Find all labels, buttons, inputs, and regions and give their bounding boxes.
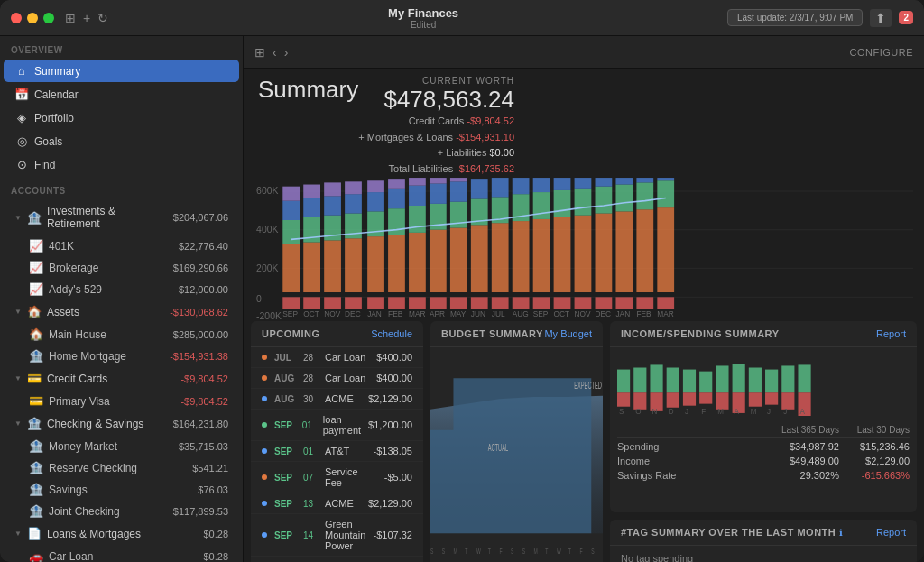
- add-icon[interactable]: +: [83, 11, 90, 25]
- sidebar-car-loan[interactable]: 🚗 Car Loan $0.28: [4, 546, 239, 562]
- close-button[interactable]: [11, 13, 22, 23]
- sidebar-checking[interactable]: ▼ 🏦 Checking & Savings $164,231.80: [4, 412, 239, 435]
- item-month: SEP: [274, 530, 296, 540]
- sidebar-item-calendar[interactable]: 📅 Calendar: [4, 83, 239, 106]
- sidebar-assets[interactable]: ▼ 🏠 Assets -$130,068.62: [4, 300, 239, 323]
- refresh-icon[interactable]: ↻: [97, 11, 108, 25]
- svg-rect-19: [324, 197, 341, 216]
- income-report-link[interactable]: Report: [876, 328, 906, 339]
- item-day: 01: [302, 420, 316, 430]
- loans-label: Loans & Mortgages: [47, 528, 199, 540]
- savings-rate-val1: 29.302%: [776, 470, 839, 481]
- income-chart-svg: S O N D J F M A M J: [617, 351, 910, 416]
- back-button[interactable]: ‹: [273, 45, 277, 60]
- savings-icon: 🏦: [29, 483, 43, 496]
- spending-val1: $34,987.92: [776, 441, 839, 452]
- main-chart-wrapper: 600K 400K 200K 0 -200K: [244, 177, 924, 321]
- investments-value: $204,067.06: [173, 212, 228, 223]
- svg-rect-142: [699, 372, 712, 393]
- svg-text:T: T: [568, 547, 571, 557]
- sidebar-loans[interactable]: ▼ 📄 Loans & Mortgages $0.28: [4, 522, 239, 545]
- tag-report-link[interactable]: Report: [876, 527, 906, 538]
- my-budget-link[interactable]: My Budget: [544, 328, 592, 339]
- item-name: Car Loan: [325, 352, 369, 363]
- savings-label: Savings: [49, 484, 192, 496]
- sidebar-main-house[interactable]: 🏠 Main House $285,000.00: [4, 324, 239, 345]
- main-window: ⊞ + ↻ My Finances Edited Last update: 2/…: [0, 0, 924, 562]
- item-name: AT&T: [325, 446, 366, 456]
- sidebar-savings[interactable]: 🏦 Savings $76.03: [4, 479, 239, 500]
- svg-rect-85: [492, 298, 509, 309]
- breakdown-mortgages: + Mortgages & Loans -$154,931.10: [358, 130, 514, 146]
- income-table: Last 365 Days Last 30 Days Spending $34,…: [610, 419, 917, 486]
- loans-icon: 📄: [27, 527, 42, 540]
- svg-text:ACTUAL: ACTUAL: [488, 442, 509, 453]
- sidebar-toggle-icon[interactable]: ⊞: [65, 11, 76, 25]
- svg-text:F: F: [701, 408, 706, 416]
- svg-text:N: N: [651, 408, 657, 416]
- svg-rect-24: [345, 182, 362, 195]
- notification-badge[interactable]: 2: [899, 11, 913, 24]
- sidebar-item-goals[interactable]: ◎ Goals: [4, 130, 239, 152]
- minimize-button[interactable]: [27, 13, 38, 23]
- sidebar-credit-cards[interactable]: ▼ 💳 Credit Cards -$9,804.52: [4, 367, 239, 390]
- svg-text:OCT: OCT: [554, 309, 570, 318]
- item-month: SEP: [274, 420, 295, 430]
- item-amount: $2,129.00: [368, 393, 412, 404]
- svg-rect-93: [657, 298, 674, 309]
- sidebar-joint[interactable]: 🏦 Joint Checking $117,899.53: [4, 501, 239, 521]
- main-panel: ⊞ ‹ › CONFIGURE Summary CURRENT WORTH $4…: [244, 36, 924, 562]
- svg-rect-70: [636, 183, 653, 210]
- breakdown-cc: Credit Cards -$9,804.52: [358, 114, 514, 130]
- bottom-section: UPCOMING Schedule JUL 28 Car Loan $400.0…: [244, 321, 924, 562]
- svg-rect-54: [533, 219, 550, 292]
- main-content: Overview ⌂ Summary 📅 Calendar ◈ Portfoli…: [0, 36, 924, 562]
- assets-icon: 🏠: [27, 305, 42, 318]
- configure-button[interactable]: CONFIGURE: [850, 47, 914, 58]
- svg-rect-44: [450, 178, 467, 181]
- sidebar-529[interactable]: 📈 Addy's 529 $12,000.00: [4, 279, 239, 299]
- sidebar-investments[interactable]: ▼ 🏦 Investments & Retirement $204,067.06: [4, 200, 239, 235]
- current-worth-section: CURRENT WORTH $478,563.24 Credit Cards -…: [358, 76, 514, 177]
- fullscreen-button[interactable]: [43, 13, 54, 23]
- forward-button[interactable]: ›: [284, 45, 289, 60]
- sidebar-visa[interactable]: 💳 Primary Visa -$9,804.52: [4, 391, 239, 411]
- bullet-icon: [262, 501, 267, 506]
- svg-rect-132: [617, 370, 630, 393]
- svg-text:MAY: MAY: [450, 309, 467, 318]
- income-col-headers: Last 365 Days Last 30 Days: [617, 423, 910, 438]
- bullet-icon: [262, 448, 267, 454]
- svg-text:M: M: [717, 408, 724, 416]
- sidebar-money-market[interactable]: 🏦 Money Market $35,715.03: [4, 436, 239, 456]
- sidebar-home-mortgage[interactable]: 🏦 Home Mortgage -$154,931.38: [4, 345, 239, 366]
- bullet-icon: [262, 532, 267, 538]
- sidebar-401k[interactable]: 📈 401K $22,776.40: [4, 235, 239, 256]
- svg-text:JAN: JAN: [367, 309, 382, 318]
- panel-toggle-button[interactable]: ⊞: [254, 45, 265, 60]
- sidebar-item-portfolio[interactable]: ◈ Portfolio: [4, 106, 239, 129]
- investments-label: Investments & Retirement: [47, 205, 168, 230]
- svg-rect-67: [615, 185, 633, 212]
- schedule-link[interactable]: Schedule: [371, 328, 412, 339]
- svg-text:JUN: JUN: [471, 309, 485, 318]
- download-button[interactable]: ⬆: [870, 9, 892, 27]
- svg-rect-150: [765, 370, 778, 393]
- cc-amount: -$9,804.52: [467, 115, 514, 126]
- last-update-badge: Last update: 2/3/17, 9:07 PM: [727, 9, 863, 26]
- svg-rect-53: [513, 178, 530, 194]
- svg-rect-76: [303, 298, 320, 309]
- item-amount: $1,200.00: [368, 419, 412, 430]
- tag-empty-message: No tag spending: [621, 553, 693, 562]
- sidebar-item-find[interactable]: ⊙ Find: [4, 153, 239, 176]
- sidebar-goals-label: Goals: [34, 135, 228, 148]
- current-worth-value: $478,563.24: [358, 86, 514, 114]
- sidebar-item-summary[interactable]: ⌂ Summary: [4, 60, 239, 82]
- svg-rect-55: [533, 192, 550, 219]
- reserve-label: Reserve Checking: [49, 462, 187, 474]
- sidebar-brokerage[interactable]: 📈 Brokerage $169,290.66: [4, 257, 239, 278]
- tag-title: #TAG SUMMARY over the last month: [621, 527, 836, 538]
- sidebar-reserve[interactable]: 🏦 Reserve Checking $541.21: [4, 457, 239, 478]
- svg-rect-154: [798, 365, 810, 393]
- tag-info-icon[interactable]: ℹ: [839, 528, 843, 538]
- budget-chart: EXPECTED ACTUAL S S M T W T F S: [430, 347, 603, 562]
